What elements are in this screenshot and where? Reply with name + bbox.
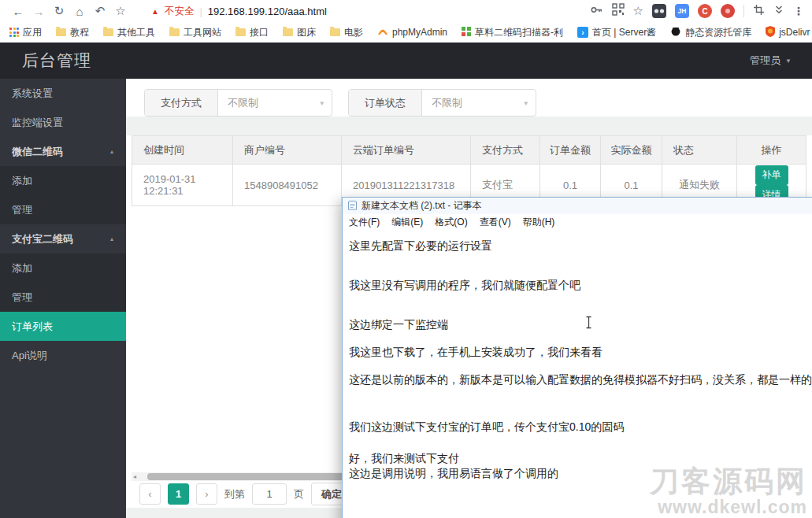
bookmark-serverchan[interactable]: › 首页 | Server酱 bbox=[577, 26, 656, 39]
bookmark-label: 电影 bbox=[344, 26, 363, 39]
order-status-filter: 订单状态 不限制 ▾ bbox=[348, 89, 536, 117]
bookmark-folder-image-host[interactable]: 图床 bbox=[283, 26, 316, 39]
toolbar-divider bbox=[743, 5, 744, 17]
pagination-page-1-button[interactable]: 1 bbox=[168, 483, 189, 505]
bookmark-label: 工具网站 bbox=[184, 26, 221, 39]
col-merchant-no: 商户编号 bbox=[233, 136, 342, 165]
menu-format[interactable]: 格式(O) bbox=[435, 216, 467, 229]
notepad-icon bbox=[347, 200, 358, 213]
payment-method-label: 支付方式 bbox=[145, 90, 218, 116]
extension-record-icon[interactable] bbox=[721, 4, 735, 18]
table-header-row: 创建时间 商户编号 云端订单编号 支付方式 订单金额 实际金额 状态 操作 bbox=[132, 136, 806, 165]
toolbar-right-icons: ☆ JH C ⋮ bbox=[590, 3, 804, 20]
home-icon[interactable]: ⌂ bbox=[69, 5, 90, 18]
bookmark-folder-movies[interactable]: 电影 bbox=[330, 26, 363, 39]
selected-value: 不限制 bbox=[228, 96, 258, 110]
menu-view[interactable]: 查看(V) bbox=[480, 216, 511, 229]
sidebar-item-api-docs[interactable]: Api说明 bbox=[0, 341, 126, 370]
bookmark-folder-tutorials[interactable]: 教程 bbox=[56, 26, 89, 39]
browser-toolbar: ← → ↻ ⌂ ↶ ☆ ▲ 不安全 | 192.168.199.120/aaa.… bbox=[0, 0, 812, 22]
cell-created: 2019-01-31 12:21:31 bbox=[132, 165, 233, 206]
folder-icon bbox=[103, 28, 113, 36]
user-menu[interactable]: 管理员 ▼ bbox=[750, 54, 792, 68]
folder-icon bbox=[330, 28, 340, 36]
url-separator: | bbox=[199, 6, 202, 17]
cell-merchant-no: 1548908491052 bbox=[233, 165, 342, 206]
bookmark-phpmyadmin[interactable]: phpMyAdmin bbox=[377, 27, 447, 38]
scroll-left-arrow-icon[interactable]: ◂ bbox=[133, 472, 136, 481]
apps-grid-icon bbox=[9, 28, 19, 37]
notepad-title-bar[interactable]: 新建文本文档 (2).txt - 记事本 bbox=[343, 198, 812, 214]
omnibox-star-icon[interactable]: ☆ bbox=[633, 4, 643, 18]
folder-icon bbox=[235, 28, 246, 36]
notepad-text-line: 我这里没有写调用的程序，我们就随便配置个吧 bbox=[349, 279, 580, 293]
menu-help[interactable]: 帮助(H) bbox=[523, 216, 555, 229]
bookmark-folder-api[interactable]: 接口 bbox=[235, 26, 269, 39]
col-actions: 操作 bbox=[737, 136, 806, 165]
bookmark-label: phpMyAdmin bbox=[392, 27, 447, 38]
folder-icon bbox=[283, 28, 293, 36]
filter-bar: 支付方式 不限制 ▾ 订单状态 不限制 ▾ bbox=[144, 89, 536, 117]
collapse-caret-icon: ▴ bbox=[110, 137, 113, 166]
password-key-icon[interactable] bbox=[590, 3, 603, 20]
extension-jh-icon[interactable]: JH bbox=[675, 4, 689, 18]
selected-value: 不限制 bbox=[432, 96, 462, 110]
bookmark-star-icon[interactable]: ☆ bbox=[110, 4, 131, 18]
bookmark-label: 首页 | Server酱 bbox=[592, 26, 656, 39]
extension-red-c-icon[interactable]: C bbox=[698, 4, 712, 18]
bookmark-caoliao-qr[interactable]: 草料二维码扫描器-利 bbox=[462, 26, 563, 39]
reissue-button[interactable]: 补单 bbox=[755, 165, 788, 185]
undo-icon[interactable]: ↶ bbox=[90, 4, 110, 18]
col-created: 创建时间 bbox=[132, 136, 233, 165]
sidebar-group-label: 支付宝二维码 bbox=[12, 233, 73, 245]
extension-goggles-icon[interactable] bbox=[652, 4, 666, 18]
url-text[interactable]: 192.168.199.120/aaa.html bbox=[208, 6, 327, 17]
section-divider-band bbox=[126, 117, 812, 135]
bookmark-folder-other-tools[interactable]: 其他工具 bbox=[103, 26, 155, 39]
chevron-down-icon: ▾ bbox=[524, 99, 528, 107]
qr-code-icon[interactable] bbox=[612, 3, 625, 19]
serverchan-icon: › bbox=[577, 27, 588, 38]
watermark: 刀客源码网 www.dkewl.com bbox=[650, 467, 807, 516]
collapse-caret-icon: ▴ bbox=[110, 224, 113, 253]
sidebar-item-wechat-manage[interactable]: 管理 bbox=[0, 195, 126, 224]
menu-file[interactable]: 文件(F) bbox=[349, 216, 380, 229]
sidebar-group-alipay-qr[interactable]: ▴ 支付宝二维码 bbox=[0, 224, 126, 253]
sidebar-item-wechat-add[interactable]: 添加 bbox=[0, 166, 126, 195]
notepad-text-line: 这边是调用说明，我用易语言做了个调用的 bbox=[349, 467, 558, 481]
sidebar-item-alipay-manage[interactable]: 管理 bbox=[0, 283, 126, 312]
bookmark-label: jsDelivr -cdn加速 bbox=[779, 26, 812, 39]
browser-menu-kebab-icon[interactable]: ⋮ bbox=[793, 5, 804, 17]
bookmark-label: 图床 bbox=[297, 26, 316, 39]
col-pay-method: 支付方式 bbox=[471, 136, 540, 165]
pagination-next-button[interactable]: › bbox=[196, 483, 217, 505]
payment-method-select[interactable]: 不限制 ▾ bbox=[218, 90, 332, 116]
forward-icon[interactable]: → bbox=[28, 5, 49, 18]
sidebar-item-monitor-settings[interactable]: 监控端设置 bbox=[0, 108, 126, 137]
pagination-prev-button[interactable]: ‹ bbox=[139, 483, 161, 505]
col-status: 状态 bbox=[662, 136, 737, 165]
crop-icon[interactable] bbox=[753, 4, 765, 19]
bookmark-static-hosting[interactable]: 静态资源托管库 bbox=[670, 26, 751, 39]
back-icon[interactable]: ← bbox=[8, 5, 28, 18]
bookmark-jsdelivr[interactable]: jsDelivr -cdn加速 bbox=[766, 26, 812, 39]
sidebar: 系统设置 监控端设置 ▴ 微信二维码 添加 管理 ▴ 支付宝二维码 添加 管理 … bbox=[0, 79, 126, 518]
bookmark-apps[interactable]: 应用 bbox=[9, 26, 42, 39]
notepad-text-line: 这边绑定一下监控端 bbox=[349, 318, 448, 332]
col-order-amount: 订单金额 bbox=[540, 136, 601, 165]
goto-page-input[interactable] bbox=[252, 483, 287, 505]
sidebar-group-wechat-qr[interactable]: ▴ 微信二维码 bbox=[0, 137, 126, 166]
sidebar-item-system-settings[interactable]: 系统设置 bbox=[0, 79, 126, 108]
address-bar[interactable]: ▲ 不安全 | 192.168.199.120/aaa.html bbox=[151, 5, 590, 18]
folder-icon bbox=[169, 28, 180, 36]
double-chevron-down-icon[interactable] bbox=[773, 4, 784, 18]
bookmark-folder-tool-sites[interactable]: 工具网站 bbox=[169, 26, 221, 39]
reload-icon[interactable]: ↻ bbox=[49, 4, 69, 18]
sidebar-item-order-list[interactable]: 订单列表 bbox=[0, 312, 126, 341]
col-actual-amount: 实际金额 bbox=[601, 136, 662, 165]
menu-edit[interactable]: 编辑(E) bbox=[391, 216, 423, 229]
bookmark-label: 应用 bbox=[23, 26, 42, 39]
sidebar-item-alipay-add[interactable]: 添加 bbox=[0, 253, 126, 283]
security-warning-label[interactable]: 不安全 bbox=[165, 5, 195, 18]
order-status-select[interactable]: 不限制 ▾ bbox=[422, 90, 536, 116]
